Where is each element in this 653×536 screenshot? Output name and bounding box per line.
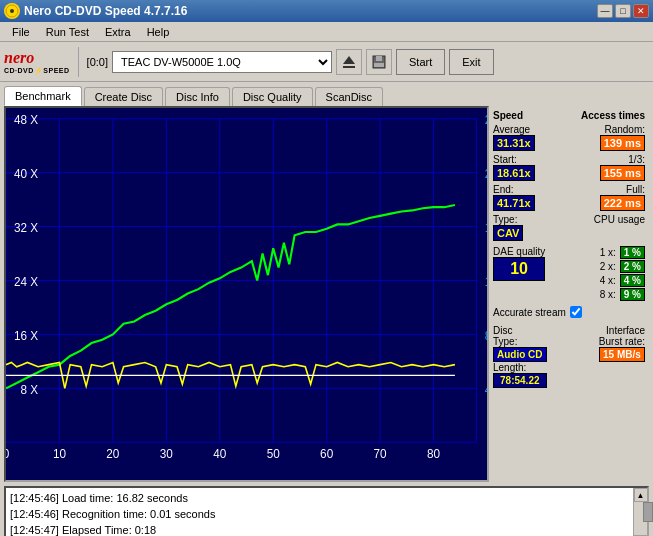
type-stat: Type: CAV (493, 214, 523, 241)
cpu-4x-label: 4 x: (600, 275, 616, 286)
tab-benchmark[interactable]: Benchmark (4, 86, 82, 106)
eject-button[interactable] (336, 49, 362, 75)
svg-text:10: 10 (53, 447, 67, 461)
svg-rect-5 (376, 56, 382, 61)
svg-rect-3 (343, 66, 355, 68)
onethird-label: 1/3: (600, 154, 645, 165)
svg-text:16 X: 16 X (14, 329, 38, 343)
start-label: Start: (493, 154, 535, 165)
full-stat: Full: 222 ms (600, 184, 645, 211)
title-bar: Nero CD-DVD Speed 4.7.7.16 — □ ✕ (0, 0, 653, 22)
window-controls: — □ ✕ (597, 4, 649, 18)
interface-area: Interface Burst rate: 15 MB/s (599, 325, 645, 388)
svg-text:60: 60 (320, 447, 334, 461)
svg-text:20: 20 (485, 167, 487, 181)
graph-container: 48 X 40 X 32 X 24 X 16 X 8 X 24 20 16 12… (4, 106, 489, 482)
scrollbar-thumb[interactable] (643, 502, 653, 522)
window-title: Nero CD-DVD Speed 4.7.7.16 (24, 4, 187, 18)
svg-text:12: 12 (485, 275, 487, 289)
exit-button[interactable]: Exit (449, 49, 493, 75)
svg-text:30: 30 (160, 447, 174, 461)
svg-text:80: 80 (427, 447, 441, 461)
cpu-1x-value: 1 % (620, 246, 645, 259)
accurate-stream-row: Accurate stream (493, 306, 645, 318)
cpu-stats: 1 x: 1 % 2 x: 2 % 4 x: 4 % 8 x: 9 % (600, 246, 645, 301)
svg-text:40: 40 (213, 447, 227, 461)
close-button[interactable]: ✕ (633, 4, 649, 18)
svg-point-1 (10, 9, 14, 13)
disc-area: Disc Type: Audio CD Length: 78:54.22 (493, 325, 547, 388)
type-label: Type: (493, 214, 523, 225)
cpu-1x-label: 1 x: (600, 247, 616, 258)
svg-text:32 X: 32 X (14, 221, 38, 235)
menu-bar: File Run Test Extra Help (0, 22, 653, 42)
svg-text:4: 4 (485, 383, 487, 397)
benchmark-graph: 48 X 40 X 32 X 24 X 16 X 8 X 24 20 16 12… (6, 108, 487, 480)
cpu-2x-label: 2 x: (600, 261, 616, 272)
full-value: 222 ms (600, 195, 645, 211)
average-stat: Average 31.31x (493, 124, 535, 151)
random-label: Random: (600, 124, 645, 135)
disc-type-value: Audio CD (493, 347, 547, 362)
minimize-button[interactable]: — (597, 4, 613, 18)
save-button[interactable] (366, 49, 392, 75)
cpu-8x-label: 8 x: (600, 289, 616, 300)
right-panel: Speed Access times Average 31.31x Random… (489, 106, 649, 482)
svg-text:20: 20 (106, 447, 120, 461)
random-stat: Random: 139 ms (600, 124, 645, 151)
svg-marker-2 (343, 56, 355, 64)
svg-text:50: 50 (267, 447, 281, 461)
average-label: Average (493, 124, 535, 135)
burst-value: 15 MB/s (599, 347, 645, 362)
start-stat: Start: 18.61x (493, 154, 535, 181)
average-value: 31.31x (493, 135, 535, 151)
toolbar: nero CD·DVD⚡SPEED [0:0] TEAC DV-W5000E 1… (0, 42, 653, 82)
scrollbar-up-button[interactable]: ▲ (634, 488, 648, 502)
log-area: [12:45:46] Load time: 16.82 seconds [12:… (4, 486, 649, 536)
maximize-button[interactable]: □ (615, 4, 631, 18)
svg-text:8: 8 (485, 329, 487, 343)
svg-text:24: 24 (485, 113, 487, 127)
dae-value: 10 (493, 257, 545, 281)
main-content: 48 X 40 X 32 X 24 X 16 X 8 X 24 20 16 12… (0, 106, 653, 486)
cpu-header: CPU usage (594, 214, 645, 225)
menu-help[interactable]: Help (139, 24, 178, 40)
drive-combo[interactable]: TEAC DV-W5000E 1.0Q (112, 51, 332, 73)
log-line-0: [12:45:46] Load time: 16.82 seconds (10, 490, 629, 506)
cpu-header-area: CPU usage (594, 214, 645, 241)
toolbar-separator (78, 47, 79, 77)
end-value: 41.71x (493, 195, 535, 211)
start-button[interactable]: Start (396, 49, 445, 75)
cpu-2x-value: 2 % (620, 260, 645, 273)
tab-discinfo[interactable]: Disc Info (165, 87, 230, 106)
end-label: End: (493, 184, 535, 195)
nero-brand: nero (4, 49, 70, 67)
menu-file[interactable]: File (4, 24, 38, 40)
svg-text:8 X: 8 X (20, 383, 38, 397)
accurate-checkbox[interactable] (570, 306, 582, 318)
app-icon (4, 3, 20, 19)
svg-text:24 X: 24 X (14, 275, 38, 289)
svg-rect-7 (6, 108, 487, 480)
log-line-2: [12:45:47] Elapsed Time: 0:18 (10, 522, 629, 536)
log-scrollbar: ▲ ▼ (633, 488, 647, 536)
tab-discquality[interactable]: Disc Quality (232, 87, 313, 106)
svg-text:16: 16 (485, 221, 487, 235)
drive-label: [0:0] (87, 56, 108, 68)
dae-header: DAE quality (493, 246, 545, 257)
speed-header: Speed (493, 110, 523, 121)
menu-runtest[interactable]: Run Test (38, 24, 97, 40)
tab-createdisc[interactable]: Create Disc (84, 87, 163, 106)
menu-extra[interactable]: Extra (97, 24, 139, 40)
dae-area: DAE quality 10 (493, 246, 545, 301)
svg-text:48 X: 48 X (14, 113, 38, 127)
tab-scandisc[interactable]: ScanDisc (315, 87, 383, 106)
type-value: CAV (493, 225, 523, 241)
accurate-label: Accurate stream (493, 307, 566, 318)
disc-header: Disc (493, 325, 547, 336)
access-header: Access times (581, 110, 645, 121)
interface-header: Interface (599, 325, 645, 336)
svg-text:70: 70 (374, 447, 388, 461)
nero-subbrand: CD·DVD⚡SPEED (4, 67, 70, 75)
burst-label: Burst rate: (599, 336, 645, 347)
